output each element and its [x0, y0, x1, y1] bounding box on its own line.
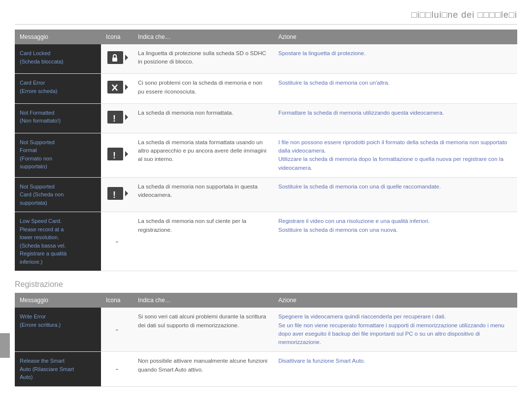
table-row-msg: Card Error (Errore scheda)	[15, 74, 101, 103]
table-row-azione: Spegnere la videocamera quindi riaccende…	[273, 308, 517, 352]
section-registrazione-title: Registrazione	[15, 280, 517, 289]
col-header-indica2: Indica che…	[133, 293, 273, 308]
table-row-azione: Disattivare la funzione Smart Auto.	[273, 352, 517, 387]
table-row-icon: -	[101, 308, 133, 352]
table-row-icon: !	[101, 133, 133, 177]
table-row-msg: Release the Smart Auto (Rilasciare Smart…	[15, 352, 101, 387]
page-title: □i□□lui□ne dei □□□□le□i	[15, 10, 517, 25]
table-registrazione-errors: Messaggio Icona Indica che… Azione Write…	[15, 293, 517, 387]
table-row-indica: La scheda di memoria non suf ciente per …	[133, 212, 273, 271]
table-row-msg: Not Supported Card (Scheda non supportat…	[15, 177, 101, 212]
table-row-msg: Not Supported Format (Formato non suppor…	[15, 133, 101, 177]
col-header-azione: Azione	[273, 30, 517, 44]
table-row-azione: Sostituire la scheda di memoria con una …	[273, 177, 517, 212]
table-row-msg: Low Speed Card. Please record at a lower…	[15, 212, 101, 271]
svg-marker-1	[125, 55, 128, 61]
table-row-msg: Not Formatted (Non formattato!)	[15, 103, 101, 133]
col-header-messaggio: Messaggio	[15, 30, 101, 44]
table-row-azione: I file non possono essere riprodotti poi…	[273, 133, 517, 177]
col-header-icona2: Icona	[101, 293, 133, 308]
col-header-azione2: Azione	[273, 293, 517, 308]
table-row-msg: Write Error (Errore scrittura.)	[15, 308, 101, 352]
svg-text:!: !	[113, 190, 116, 200]
table-row-msg: Card Locked (Scheda bloccata)	[15, 44, 101, 74]
svg-marker-14	[125, 190, 128, 196]
table-row-icon: !	[101, 103, 133, 133]
table-row-icon: -	[101, 352, 133, 387]
table-row-indica: La scheda di memoria non supportata in q…	[133, 177, 273, 212]
col-header-indica: Indica che…	[133, 30, 273, 44]
svg-marker-4	[125, 84, 128, 90]
col-header-icona: Icona	[101, 30, 133, 44]
table-row-indica: La scheda di memoria non formattata.	[133, 103, 273, 133]
left-sidebar-bar	[0, 333, 10, 358]
table-row-icon: !	[101, 177, 133, 212]
table-row-azione: Sostituire la scheda di memoria con un'a…	[273, 74, 517, 103]
svg-marker-11	[125, 151, 128, 157]
col-header-messaggio2: Messaggio	[15, 293, 101, 308]
table-row-icon	[101, 44, 133, 74]
table-row-icon	[101, 74, 133, 103]
svg-text:!: !	[113, 151, 116, 160]
table-row-azione: Spostare la linguetta di protezione.	[273, 44, 517, 74]
table-row-azione: Registrare il video con una risoluzione …	[273, 212, 517, 271]
table-row-indica: Ci sono problemi con la scheda di memori…	[133, 74, 273, 103]
table-memory-errors: Messaggio Icona Indica che… Azione Card …	[15, 30, 517, 271]
table-row-indica: La scheda di memoria stata formattata us…	[133, 133, 273, 177]
svg-text:!: !	[113, 114, 116, 124]
table-row-indica: Non possibile attivare manualmente alcun…	[133, 352, 273, 387]
table-row-indica: Si sono veri cati alcuni problemi durant…	[133, 308, 273, 352]
table-row-indica: La linguetta di protezione sulla scheda …	[133, 44, 273, 74]
svg-rect-2	[112, 58, 117, 62]
table-row-icon: -	[101, 212, 133, 271]
table-row-azione: Formattare la scheda di memoria utilizza…	[273, 103, 517, 133]
svg-marker-8	[125, 114, 128, 120]
